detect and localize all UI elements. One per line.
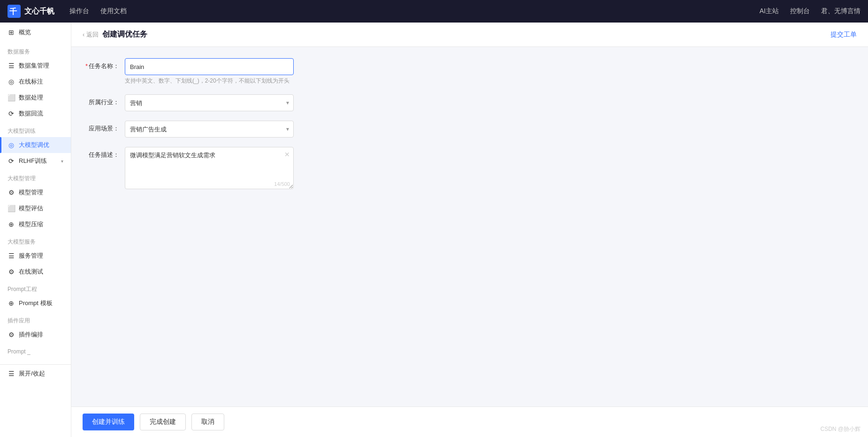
- form-row-description: 任务描述： 微调模型满足营销软文生成需求 ✕ 14/500: [83, 147, 482, 191]
- sidebar-item-prompt-template[interactable]: ⊕ Prompt 模板: [0, 295, 71, 311]
- topnav-right: AI主站 控制台 君、无博言情: [760, 7, 860, 15]
- section-data-services: 数据服务: [0, 42, 71, 58]
- grid-icon: ⊞: [8, 29, 15, 36]
- submit-ticket-button[interactable]: 提交工单: [830, 31, 857, 39]
- model-mgmt-icon: ⚙: [8, 189, 15, 196]
- content-area: ‹ 返回 创建调优任务 提交工单 任务名称： 支持中英文、数字、下划线(_)，2…: [71, 23, 868, 437]
- sidebar-item-model-compression[interactable]: ⊕ 模型压缩: [0, 216, 71, 232]
- industry-label: 所属行业：: [83, 94, 125, 107]
- industry-select[interactable]: 营销 教育 金融 医疗 其他: [125, 94, 294, 111]
- csdn-credit: CSDN @胁小辉: [820, 425, 860, 433]
- sidebar-expand-collapse[interactable]: ☰ 展开/收起: [0, 364, 71, 383]
- logo-text: 文心千帆: [24, 7, 54, 16]
- topnav-user[interactable]: 君、无博言情: [821, 7, 860, 15]
- topnav-operations[interactable]: 操作台: [69, 7, 89, 15]
- cancel-button[interactable]: 取消: [191, 414, 224, 430]
- topnav-ai-home[interactable]: AI主站: [760, 7, 779, 15]
- form-row-task-name: 任务名称： 支持中英文、数字、下划线(_)，2-20个字符，不能以下划线为开头: [83, 58, 482, 85]
- sidebar-item-service-mgmt[interactable]: ☰ 服务管理: [0, 248, 71, 264]
- section-large-model-training: 大模型训练: [0, 122, 71, 137]
- scenario-select[interactable]: 营销广告生成 文案创作 客服问答: [125, 121, 294, 138]
- expand-icon: ☰: [8, 370, 15, 377]
- page-title: 创建调优任务: [102, 30, 147, 39]
- sidebar-item-online-annotation[interactable]: ◎ 在线标注: [0, 74, 71, 90]
- prompt-icon: ⊕: [8, 299, 15, 307]
- back-button[interactable]: ‹ 返回: [83, 31, 99, 39]
- annotation-icon: ◎: [8, 78, 15, 85]
- logo-icon: 千: [8, 5, 21, 18]
- task-name-input[interactable]: [125, 58, 294, 75]
- model-eval-icon: ⬜: [8, 205, 15, 212]
- form-row-industry: 所属行业： 营销 教育 金融 医疗 其他 ▾: [83, 94, 482, 111]
- task-name-field: 支持中英文、数字、下划线(_)，2-20个字符，不能以下划线为开头: [125, 58, 294, 85]
- sidebar-item-data-backflow[interactable]: ⟳ 数据回流: [0, 106, 71, 122]
- testing-icon: ⚙: [8, 268, 15, 276]
- sidebar-item-plugin-editor[interactable]: ⚙ 插件编排: [0, 327, 71, 343]
- sidebar-item-rlhf-training[interactable]: ⟳ RLHF训练 ▾: [0, 153, 71, 169]
- sidebar-item-large-model-finetune[interactable]: ◎ 大模型调优: [0, 137, 71, 153]
- sidebar-item-model-mgmt[interactable]: ⚙ 模型管理: [0, 184, 71, 200]
- content-spacer: [71, 211, 868, 406]
- task-name-hint: 支持中英文、数字、下划线(_)，2-20个字符，不能以下划线为开头: [125, 77, 294, 85]
- form-container: 任务名称： 支持中英文、数字、下划线(_)，2-20个字符，不能以下划线为开头 …: [71, 47, 494, 211]
- model-compress-icon: ⊕: [8, 221, 15, 228]
- industry-select-wrap: 营销 教育 金融 医疗 其他 ▾: [125, 94, 294, 111]
- sidebar-item-overview[interactable]: ⊞ 概览: [0, 23, 71, 42]
- task-name-label: 任务名称：: [83, 58, 125, 70]
- logo[interactable]: 千 文心千帆: [8, 5, 54, 18]
- sidebar: ⊞ 概览 数据服务 ☰ 数据集管理 ◎ 在线标注 ⬜ 数据处理 ⟳ 数据回流 大…: [0, 23, 71, 437]
- description-label: 任务描述：: [83, 147, 125, 159]
- scenario-select-wrap: 营销广告生成 文案创作 客服问答 ▾: [125, 121, 294, 138]
- finish-create-button[interactable]: 完成创建: [140, 414, 186, 430]
- content-header: ‹ 返回 创建调优任务 提交工单: [71, 23, 868, 47]
- service-icon: ☰: [8, 252, 15, 260]
- textarea-clear-icon[interactable]: ✕: [284, 151, 290, 158]
- topnav-console[interactable]: 控制台: [790, 7, 810, 15]
- create-train-button[interactable]: 创建并训练: [83, 414, 134, 430]
- backflow-icon: ⟳: [8, 110, 15, 117]
- sidebar-overview-label: 概览: [19, 28, 31, 37]
- svg-text:千: 千: [9, 7, 17, 15]
- textarea-count: 14/500: [274, 181, 290, 187]
- sidebar-item-model-eval[interactable]: ⬜ 模型评估: [0, 200, 71, 216]
- finetune-icon: ◎: [8, 141, 15, 149]
- section-large-model-service: 大模型服务: [0, 232, 71, 248]
- content-footer: 创建并训练 完成创建 取消: [71, 406, 868, 437]
- section-plugin-apps: 插件应用: [0, 311, 71, 327]
- form-row-scenario: 应用场景： 营销广告生成 文案创作 客服问答 ▾: [83, 121, 482, 138]
- dataset-icon: ☰: [8, 62, 15, 69]
- topnav-docs[interactable]: 使用文档: [100, 7, 127, 15]
- prompt-section-label: Prompt _: [0, 346, 71, 357]
- description-textarea-wrap: 微调模型满足营销软文生成需求 ✕ 14/500: [125, 147, 294, 191]
- rlhf-chevron-icon: ▾: [61, 159, 63, 164]
- section-large-model-mgmt: 大模型管理: [0, 169, 71, 184]
- plugin-icon: ⚙: [8, 331, 15, 338]
- rlhf-icon: ⟳: [8, 157, 15, 165]
- breadcrumb: ‹ 返回 创建调优任务: [83, 30, 147, 39]
- topnav-links: 操作台 使用文档: [69, 7, 745, 15]
- back-label: 返回: [86, 31, 99, 39]
- sidebar-item-data-processing[interactable]: ⬜ 数据处理: [0, 90, 71, 106]
- sidebar-item-online-testing[interactable]: ⚙ 在线测试: [0, 264, 71, 280]
- main-layout: ⊞ 概览 数据服务 ☰ 数据集管理 ◎ 在线标注 ⬜ 数据处理 ⟳ 数据回流 大…: [0, 23, 868, 437]
- processing-icon: ⬜: [8, 94, 15, 101]
- back-arrow-icon: ‹: [83, 31, 84, 38]
- sidebar-item-dataset-mgmt[interactable]: ☰ 数据集管理: [0, 58, 71, 74]
- section-prompt-engineering: Prompt工程: [0, 280, 71, 295]
- topnav: 千 文心千帆 操作台 使用文档 AI主站 控制台 君、无博言情: [0, 0, 868, 23]
- sidebar-bottom-label: 展开/收起: [19, 369, 45, 378]
- scenario-label: 应用场景：: [83, 121, 125, 133]
- description-textarea[interactable]: 微调模型满足营销软文生成需求: [125, 147, 294, 189]
